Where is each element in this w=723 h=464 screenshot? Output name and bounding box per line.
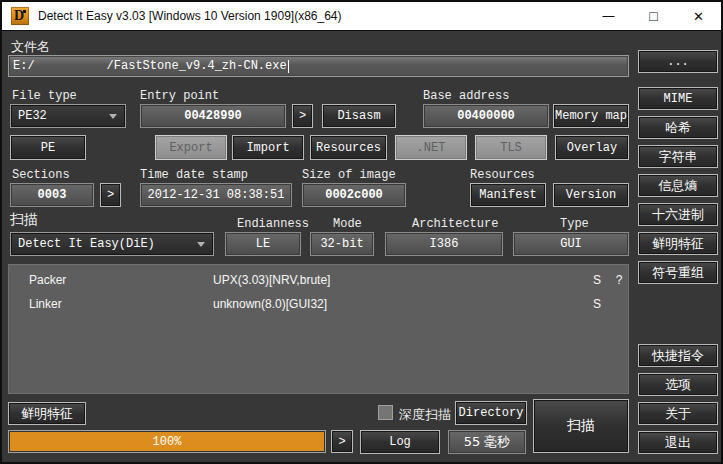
app-window: D Detect It Easy v3.03 [Windows 10 Versi… [0, 0, 723, 464]
progress-fill: 100% [10, 432, 324, 451]
entry-point-field: 00428990 [140, 104, 286, 128]
entry-point-goto-button[interactable]: > [292, 104, 313, 128]
sidebar-about-button[interactable]: 关于 [638, 402, 718, 425]
result-name: Linker [29, 295, 62, 313]
scan-label: 扫描 [10, 211, 38, 229]
scan-progress-bar: 100% [8, 430, 326, 453]
sidebar-hex-button[interactable]: 十六进制 [638, 203, 718, 226]
sidebar-options-button[interactable]: 选项 [638, 373, 718, 396]
file-path-text: E:/ /FastStone_v9.4_zh-CN.exe [13, 59, 287, 73]
logo-dot [23, 10, 26, 13]
result-row-packer[interactable]: Packer UPX(3.03)[NRV,brute] S ? [9, 271, 628, 289]
sections-goto-button[interactable]: > [100, 183, 121, 207]
window-controls: — □ ✕ [586, 2, 721, 30]
sidebar-mime-button[interactable]: MIME [638, 87, 718, 110]
dotnet-button: .NET [395, 135, 467, 160]
entry-point-label: Entry point [140, 89, 219, 103]
import-button[interactable]: Import [232, 135, 304, 160]
directory-button[interactable]: Directory [455, 401, 527, 425]
endianness-field: LE [225, 232, 301, 256]
title-bar: D Detect It Easy v3.03 [Windows 10 Versi… [2, 2, 721, 31]
sidebar-demangle-button[interactable]: 符号重组 [638, 261, 718, 284]
sidebar-more-button[interactable]: ... [638, 50, 718, 73]
size-of-image-field: 0002c000 [302, 183, 406, 207]
result-signature-link[interactable]: S [587, 295, 607, 313]
scan-engine-value: Detect It Easy(DiE) [18, 237, 155, 251]
sidebar-entropy-button[interactable]: 信息熵 [638, 174, 718, 197]
result-signature-link[interactable]: S [587, 271, 607, 289]
window-title: Detect It Easy v3.03 [Windows 10 Version… [38, 9, 342, 23]
type-field: GUI [513, 232, 629, 256]
minimize-button[interactable]: — [586, 2, 631, 30]
result-value: unknown(8.0)[GUI32] [213, 295, 327, 313]
chevron-down-icon [197, 242, 205, 247]
file-path-input[interactable]: E:/ /FastStone_v9.4_zh-CN.exe [8, 55, 629, 77]
type-label: Type [560, 217, 589, 231]
app-logo-icon: D [11, 7, 29, 25]
chevron-down-icon [109, 114, 117, 119]
size-of-image-label: Size of image [302, 168, 396, 182]
endianness-label: Endianness [237, 217, 309, 231]
deep-scan-label: 深度扫描 [399, 406, 451, 424]
sections-field: 0003 [10, 183, 94, 207]
progress-expand-button[interactable]: > [331, 430, 353, 453]
scan-results-panel: Packer UPX(3.03)[NRV,brute] S ? Linker u… [8, 264, 629, 394]
pe-button[interactable]: PE [10, 135, 86, 160]
log-button[interactable]: Log [360, 430, 440, 454]
mode-label: Mode [333, 217, 362, 231]
scan-time-field: 55 毫秒 [448, 430, 526, 454]
scan-button[interactable]: 扫描 [533, 399, 629, 453]
time-date-stamp-field: 2012-12-31 08:38:51 [140, 183, 292, 207]
mode-field: 32-bit [310, 232, 374, 256]
file-type-label: File type [12, 89, 77, 103]
file-type-value: PE32 [18, 109, 47, 123]
sections-label: Sections [12, 168, 70, 182]
close-button[interactable]: ✕ [676, 2, 721, 30]
sidebar-strings-button[interactable]: 字符串 [638, 145, 718, 168]
text-caret [288, 60, 289, 73]
result-name: Packer [29, 271, 66, 289]
result-help-link[interactable]: ? [609, 271, 629, 289]
base-address-label: Base address [423, 89, 509, 103]
memory-map-button[interactable]: Memory map [553, 104, 629, 128]
overlay-button[interactable]: Overlay [555, 135, 629, 160]
sidebar-hash-button[interactable]: 哈希 [638, 116, 718, 139]
manifest-button[interactable]: Manifest [470, 183, 546, 207]
time-date-stamp-label: Time date stamp [140, 168, 248, 182]
sidebar-exit-button[interactable]: 退出 [638, 431, 718, 454]
base-address-field: 00400000 [423, 104, 549, 128]
tls-button: TLS [475, 135, 547, 160]
version-button[interactable]: Version [553, 183, 629, 207]
result-row-linker[interactable]: Linker unknown(8.0)[GUI32] S [9, 295, 628, 313]
sidebar-signatures-button[interactable]: 鲜明特征 [638, 232, 718, 255]
maximize-button[interactable]: □ [631, 2, 676, 30]
resources-label: Resources [470, 168, 535, 182]
architecture-label: Architecture [412, 217, 498, 231]
result-value: UPX(3.03)[NRV,brute] [213, 271, 330, 289]
scan-engine-combo[interactable]: Detect It Easy(DiE) [10, 232, 214, 256]
file-type-combo[interactable]: PE32 [10, 104, 126, 128]
file-name-label: 文件名 [11, 38, 50, 56]
export-button: Export [155, 135, 227, 160]
disasm-button[interactable]: Disasm [322, 104, 396, 128]
sidebar-shortcuts-button[interactable]: 快捷指令 [638, 344, 718, 367]
architecture-field: I386 [385, 232, 503, 256]
deep-scan-checkbox[interactable] [378, 405, 393, 420]
signatures-button[interactable]: 鲜明特征 [8, 402, 86, 425]
resources-button[interactable]: Resources [310, 135, 387, 160]
